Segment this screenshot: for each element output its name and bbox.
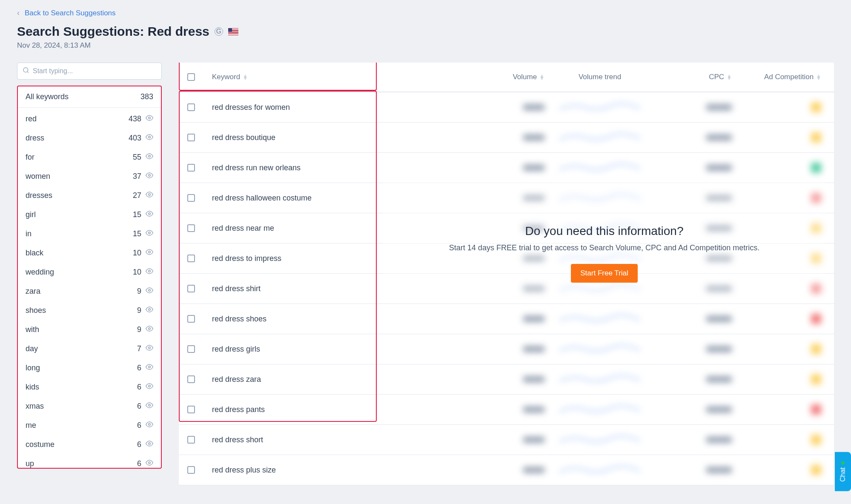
keyword-filter-item[interactable]: xmas 6 bbox=[18, 397, 161, 416]
cpc-cell-blurred bbox=[706, 135, 732, 140]
all-keywords-count: 383 bbox=[140, 92, 153, 101]
keyword-filter-item[interactable]: long 6 bbox=[18, 358, 161, 378]
sort-icon[interactable]: ▲▼ bbox=[539, 74, 544, 80]
select-all-checkbox[interactable] bbox=[187, 73, 195, 81]
col-volume-label[interactable]: Volume bbox=[513, 73, 537, 81]
keyword-filter-item[interactable]: dress 403 bbox=[18, 129, 161, 148]
svg-point-2 bbox=[149, 117, 151, 119]
keyword-filter-item[interactable]: for 55 bbox=[18, 148, 161, 167]
start-trial-button[interactable]: Start Free Trial bbox=[571, 264, 637, 283]
volume-cell-blurred bbox=[523, 467, 544, 473]
svg-point-3 bbox=[149, 136, 151, 138]
keyword-cell[interactable]: red dresses for women bbox=[212, 103, 290, 112]
keyword-filter-item[interactable]: wedding 10 bbox=[18, 263, 161, 282]
keyword-filter-label: zara bbox=[26, 287, 120, 296]
eye-icon[interactable] bbox=[146, 210, 153, 220]
trend-cell-blurred bbox=[559, 161, 640, 174]
col-keyword-label[interactable]: Keyword bbox=[212, 73, 240, 81]
col-competition-label[interactable]: Ad Competition bbox=[764, 73, 814, 81]
eye-icon[interactable] bbox=[146, 401, 153, 411]
keyword-cell[interactable]: red dress plus size bbox=[212, 466, 276, 475]
row-checkbox[interactable] bbox=[187, 194, 195, 202]
row-checkbox[interactable] bbox=[187, 285, 195, 292]
chat-tab[interactable]: Chat bbox=[835, 452, 851, 491]
eye-icon[interactable] bbox=[146, 325, 153, 335]
sort-icon[interactable]: ▲▼ bbox=[243, 74, 248, 80]
svg-line-1 bbox=[27, 72, 29, 73]
eye-icon[interactable] bbox=[146, 152, 153, 162]
sort-icon[interactable]: ▲▼ bbox=[816, 74, 821, 80]
search-box[interactable] bbox=[17, 63, 162, 80]
col-cpc-label[interactable]: CPC bbox=[709, 73, 724, 81]
eye-icon[interactable] bbox=[146, 248, 153, 258]
row-checkbox[interactable] bbox=[187, 103, 195, 111]
keyword-filter-item[interactable]: me 6 bbox=[18, 416, 161, 435]
row-checkbox[interactable] bbox=[187, 406, 195, 413]
eye-icon[interactable] bbox=[146, 133, 153, 143]
row-checkbox[interactable] bbox=[187, 375, 195, 383]
keyword-filter-count: 6 bbox=[120, 440, 141, 449]
row-checkbox[interactable] bbox=[187, 466, 195, 474]
keyword-filter-count: 6 bbox=[120, 421, 141, 430]
eye-icon[interactable] bbox=[146, 229, 153, 239]
keyword-cell[interactable]: red dress shoes bbox=[212, 315, 266, 324]
eye-icon[interactable] bbox=[146, 286, 153, 296]
keyword-filter-item[interactable]: costume 6 bbox=[18, 435, 161, 454]
row-checkbox[interactable] bbox=[187, 134, 195, 141]
row-checkbox[interactable] bbox=[187, 436, 195, 444]
keyword-filter-item[interactable]: with 9 bbox=[18, 320, 161, 339]
row-checkbox[interactable] bbox=[187, 345, 195, 353]
competition-badge-blurred bbox=[811, 132, 821, 143]
keyword-cell[interactable]: red dress to impress bbox=[212, 254, 281, 263]
eye-icon[interactable] bbox=[146, 306, 153, 315]
keyword-cell[interactable]: red dress zara bbox=[212, 375, 261, 384]
eye-icon[interactable] bbox=[146, 363, 153, 373]
sidebar: All keywords 383 red 438 dress 403 for 5… bbox=[17, 63, 162, 469]
row-checkbox[interactable] bbox=[187, 164, 195, 172]
back-link[interactable]: ‹ Back to Search Suggestions bbox=[17, 9, 116, 17]
keyword-cell[interactable]: red dress pants bbox=[212, 405, 265, 414]
keyword-filter-item[interactable]: girl 15 bbox=[18, 205, 161, 224]
keyword-cell[interactable]: red dress run new orleans bbox=[212, 163, 301, 172]
keyword-filter-label: for bbox=[26, 153, 120, 162]
keyword-cell[interactable]: red dress boutique bbox=[212, 133, 275, 142]
keyword-cell[interactable]: red dress near me bbox=[212, 224, 274, 233]
keyword-filter-item[interactable]: shoes 9 bbox=[18, 301, 161, 320]
keyword-cell[interactable]: red dress girls bbox=[212, 345, 260, 354]
eye-icon[interactable] bbox=[146, 382, 153, 392]
eye-icon[interactable] bbox=[146, 114, 153, 124]
keyword-filter-item[interactable]: day 7 bbox=[18, 339, 161, 358]
keyword-filter-item[interactable]: women 37 bbox=[18, 167, 161, 186]
table-row: red dress zara bbox=[179, 364, 834, 395]
eye-icon[interactable] bbox=[146, 459, 153, 468]
eye-icon[interactable] bbox=[146, 172, 153, 181]
keyword-cell[interactable]: red dress short bbox=[212, 435, 263, 444]
keyword-cell[interactable]: red dress halloween costume bbox=[212, 194, 312, 203]
keyword-filter-item[interactable]: black 10 bbox=[18, 243, 161, 263]
keyword-filter-item[interactable]: dresses 27 bbox=[18, 186, 161, 205]
keyword-filter-count: 15 bbox=[120, 210, 141, 219]
sort-icon[interactable]: ▲▼ bbox=[727, 74, 732, 80]
keyword-filter-list[interactable]: red 438 dress 403 for 55 women 37 dresse… bbox=[18, 108, 161, 468]
row-checkbox[interactable] bbox=[187, 224, 195, 232]
search-input[interactable] bbox=[33, 67, 156, 75]
eye-icon[interactable] bbox=[146, 421, 153, 430]
row-checkbox[interactable] bbox=[187, 255, 195, 262]
keyword-filter-item[interactable]: in 15 bbox=[18, 224, 161, 243]
cpc-cell-blurred bbox=[706, 407, 732, 412]
keyword-filter-item[interactable]: red 438 bbox=[18, 109, 161, 129]
eye-icon[interactable] bbox=[146, 191, 153, 200]
row-checkbox[interactable] bbox=[187, 315, 195, 323]
keyword-filter-item[interactable]: kids 6 bbox=[18, 378, 161, 397]
eye-icon[interactable] bbox=[146, 344, 153, 354]
competition-badge-blurred bbox=[811, 314, 821, 324]
keyword-filter-count: 403 bbox=[120, 134, 141, 143]
keyword-filter-label: me bbox=[26, 421, 120, 430]
keyword-filter-item[interactable]: zara 9 bbox=[18, 282, 161, 301]
eye-icon[interactable] bbox=[146, 440, 153, 450]
eye-icon[interactable] bbox=[146, 267, 153, 277]
keyword-filter-item[interactable]: up 6 bbox=[18, 454, 161, 468]
keyword-cell[interactable]: red dress shirt bbox=[212, 284, 261, 293]
keyword-filter-label: black bbox=[26, 249, 120, 258]
keyword-filter-header[interactable]: All keywords 383 bbox=[18, 86, 161, 108]
